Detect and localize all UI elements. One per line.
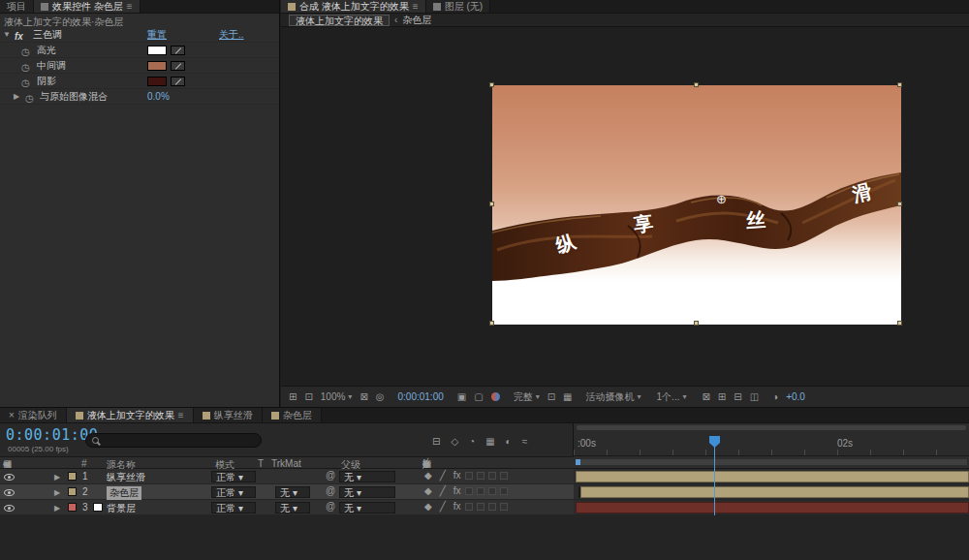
motion-blur-icon[interactable]: ◐ [506, 437, 512, 447]
switch-box[interactable] [477, 472, 484, 480]
search-box[interactable] [85, 433, 262, 448]
tab-comp-main[interactable]: 液体上加文字的效果 ≡ [67, 408, 194, 422]
layer-duration-bar[interactable] [576, 471, 969, 482]
layer-name[interactable]: 背景层 [107, 502, 136, 515]
parent-select[interactable]: 无 ▾ [339, 471, 395, 482]
viewer-lock-icon[interactable]: ⊡ [304, 392, 312, 402]
mini-flowchart-icon[interactable]: ⊟ [432, 437, 440, 447]
layer-row-3[interactable]: ▶ 3 背景层 正常 ▾ 无 ▾ @ 无 [0, 500, 574, 515]
transparency-grid-icon[interactable]: ▦ [563, 392, 572, 402]
time-navigator[interactable] [577, 425, 966, 430]
close-icon[interactable]: × [9, 411, 15, 420]
magnification-select[interactable]: 100% ▾ [321, 391, 353, 402]
work-area-start-handle[interactable] [576, 459, 580, 465]
eye-icon[interactable] [4, 472, 15, 482]
parent-select[interactable]: 无 ▾ [339, 486, 395, 498]
composition-viewer[interactable]: 纵 享 丝 滑 ⊕ [281, 27, 969, 386]
breadcrumb-current[interactable]: 杂色层 [402, 14, 431, 27]
switch-box[interactable] [488, 503, 496, 511]
blend-mode-select[interactable]: 正常 ▾ [211, 502, 256, 513]
eyedropper-icon[interactable] [171, 77, 185, 86]
tab-project[interactable]: 项目 [0, 0, 34, 13]
label-color-chip[interactable] [68, 472, 77, 481]
pickwhip-icon[interactable]: @ [326, 471, 335, 481]
anchor-point-icon[interactable]: ⊕ [716, 192, 727, 206]
fx-switch-icon[interactable]: fx [453, 502, 461, 512]
frame-blending-icon[interactable]: ▦ [485, 437, 494, 447]
tab-comp-zongxiang[interactable]: 纵享丝滑 [194, 408, 263, 422]
switch-box[interactable] [488, 487, 496, 495]
twirl-closed-icon[interactable]: ▶ [14, 89, 19, 105]
switch-box[interactable] [465, 503, 473, 511]
selection-handle[interactable] [897, 202, 902, 206]
selection-handle[interactable] [694, 321, 699, 326]
twirl-icon[interactable]: ▶ [54, 473, 60, 482]
color-swatch-midtones[interactable] [147, 61, 167, 71]
label-color-chip[interactable] [68, 503, 77, 512]
exposure-icon[interactable]: ◑ [772, 392, 778, 402]
switch-box[interactable] [488, 472, 496, 480]
grid-guides-icon[interactable]: ⊠ [359, 392, 367, 402]
column-trkmat[interactable]: TrkMat [271, 458, 301, 469]
search-input[interactable] [104, 436, 239, 446]
collapse-switch-icon[interactable]: ◆ [424, 502, 432, 512]
camera-view-select[interactable]: 活动摄像机 ▾ [586, 390, 641, 404]
composition-canvas[interactable]: 纵 享 丝 滑 ⊕ [492, 85, 901, 325]
current-time-field[interactable]: 0:00:01:00 [6, 426, 98, 444]
mask-visibility-icon[interactable]: ◎ [376, 392, 385, 402]
panel-menu-icon[interactable]: ≡ [178, 410, 184, 420]
switch-box[interactable] [465, 487, 473, 495]
quality-switch-icon[interactable]: ╱ [440, 486, 446, 496]
tab-effect-controls[interactable]: 效果控件 杂色层 ≡ [34, 0, 141, 13]
eye-icon[interactable] [4, 503, 15, 513]
fast-preview-icon[interactable]: ⊞ [718, 392, 726, 402]
quality-switch-icon[interactable]: ╱ [440, 471, 446, 481]
timeline-tracks[interactable]: :00s 02s [574, 423, 969, 515]
selection-handle[interactable] [489, 321, 494, 326]
switch-box[interactable] [477, 503, 484, 511]
reset-link[interactable]: 重置 [147, 27, 167, 43]
view-layout-select[interactable]: 1个... ▾ [657, 390, 687, 404]
switch-box[interactable] [500, 487, 508, 495]
twirl-icon[interactable]: ▶ [54, 504, 60, 513]
selection-handle[interactable] [489, 202, 494, 206]
quality-switch-icon[interactable]: ╱ [440, 502, 446, 512]
selection-handle[interactable] [694, 82, 699, 87]
graph-editor-icon[interactable]: ≈ [522, 437, 528, 447]
viewer-toggle-icon[interactable]: ⊞ [289, 392, 297, 402]
panel-menu-icon[interactable]: ≡ [413, 1, 419, 12]
selection-handle[interactable] [897, 321, 902, 326]
eye-icon[interactable] [4, 487, 15, 497]
layer-name[interactable]: 杂色层 [107, 486, 141, 500]
layer-row-1[interactable]: ▶ 1 纵享丝滑 正常 ▾ @ 无 ▾ ◆ ╱ [0, 469, 574, 484]
about-link[interactable]: 关于.. [219, 27, 244, 43]
breadcrumb-parent[interactable]: 液体上加文字的效果 [289, 15, 390, 26]
stopwatch-icon[interactable]: ◷ [25, 91, 34, 107]
parent-select[interactable]: 无 ▾ [339, 502, 395, 513]
color-swatch-shadows[interactable] [147, 77, 167, 86]
pixel-aspect-icon[interactable]: ⊠ [702, 392, 709, 402]
layer-duration-bar[interactable] [578, 486, 969, 498]
time-ruler[interactable]: :00s 02s [574, 432, 969, 456]
track-row-1[interactable] [574, 469, 969, 484]
effect-header-row[interactable]: ▼ fx 三色调 重置 关于.. [0, 27, 279, 43]
tab-comp-noise[interactable]: 杂色层 [263, 408, 322, 422]
pickwhip-icon[interactable]: @ [326, 502, 335, 512]
show-channel-icon[interactable] [491, 392, 500, 401]
timeline-button-icon[interactable]: ⊟ [734, 392, 741, 402]
track-row-2[interactable] [574, 484, 969, 500]
region-of-interest-icon[interactable]: ⊡ [547, 392, 555, 402]
snapshot-icon[interactable]: ▣ [457, 392, 466, 402]
fx-switch-icon[interactable]: fx [453, 471, 461, 481]
color-swatch-highlights[interactable] [147, 46, 167, 55]
pickwhip-icon[interactable]: @ [326, 486, 335, 496]
flowchart-button-icon[interactable]: ◫ [750, 392, 759, 402]
resolution-select[interactable]: 完整 ▾ [514, 390, 540, 404]
blend-value[interactable]: 0.0% [147, 89, 170, 105]
work-area-span[interactable] [576, 459, 967, 465]
panel-menu-icon[interactable]: ≡ [127, 1, 133, 12]
blend-mode-select[interactable]: 正常 ▾ [211, 471, 256, 482]
selection-handle[interactable] [489, 82, 494, 87]
tab-layer[interactable]: 图层 (无) [426, 0, 490, 13]
show-snapshot-icon[interactable]: ▢ [474, 392, 483, 402]
